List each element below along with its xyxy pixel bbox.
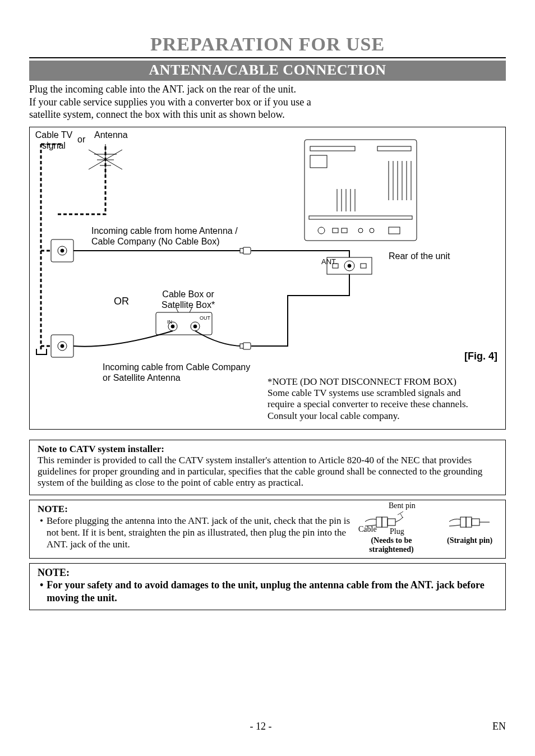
svg-rect-59 — [472, 519, 479, 525]
svg-rect-29 — [310, 155, 327, 168]
svg-rect-55 — [388, 519, 395, 525]
antenna-label: Antenna — [94, 130, 128, 140]
out-port-label: OUT — [200, 315, 210, 321]
intro-text: Plug the incoming cable into the ANT. ja… — [29, 83, 506, 121]
figure-4-diagram: Cable TV signal or Antenna Incoming cabl… — [29, 127, 506, 430]
note-do-not-disconnect: *NOTE (DO NOT DISCONNECT FROM BOX) Some … — [268, 376, 497, 422]
rear-of-unit-label: Rear of the unit — [389, 251, 450, 261]
svg-rect-58 — [466, 517, 472, 527]
svg-rect-11 — [240, 248, 243, 253]
divider — [29, 57, 506, 58]
svg-rect-53 — [376, 517, 382, 527]
or-label-small: or — [77, 134, 85, 145]
svg-point-14 — [61, 344, 64, 348]
incoming-cable-no-box-label: Incoming cable from home Antenna / Cable… — [91, 225, 238, 247]
safety-note-box: NOTE: • For your safety and to avoid dam… — [29, 563, 506, 610]
pin-note-bullet: Before plugging the antenna into the ANT… — [47, 515, 363, 551]
straight-pin-label: (Straight pin) — [447, 536, 492, 545]
svg-rect-44 — [342, 228, 347, 233]
ant-jack-label: ANT. — [321, 257, 337, 266]
svg-point-20 — [193, 325, 197, 328]
document-page: PREPARATION FOR USE ANTENNA/CABLE CONNEC… — [0, 0, 535, 756]
pin-note-heading: NOTE: — [38, 504, 363, 515]
svg-line-56 — [400, 514, 403, 518]
svg-point-50 — [348, 264, 351, 268]
page-footer: - 12 - EN — [29, 721, 506, 732]
or-label-big: OR — [114, 296, 129, 308]
svg-rect-28 — [377, 146, 411, 151]
incoming-cable-company-label: Incoming cable from Cable Company or Sat… — [103, 362, 250, 383]
svg-point-8 — [61, 249, 64, 252]
figure-caption: [Fig. 4] — [464, 351, 497, 362]
cable-tv-signal-label: Cable TV signal — [34, 130, 73, 151]
language-code: EN — [492, 721, 506, 732]
plug-label: Plug — [390, 527, 404, 536]
svg-rect-43 — [333, 228, 338, 233]
page-number: - 12 - — [29, 721, 492, 732]
svg-rect-24 — [240, 344, 243, 348]
section-heading: ANTENNA/CABLE CONNECTION — [29, 61, 506, 81]
cablebox-label: Cable Box or Satellite Box* — [162, 289, 215, 310]
in-port-label: IN — [167, 319, 172, 325]
svg-point-42 — [318, 227, 325, 234]
svg-rect-47 — [389, 227, 400, 234]
svg-rect-54 — [382, 517, 388, 527]
main-title: PREPARATION FOR USE — [29, 34, 506, 55]
catv-note-box: Note to CATV system installer: This remi… — [29, 440, 506, 495]
bullet-icon: • — [40, 579, 43, 604]
needs-straightened-label: (Needs to be straightened) — [366, 536, 417, 554]
svg-rect-23 — [243, 343, 251, 349]
cable-label: Cable — [358, 525, 377, 534]
svg-rect-27 — [310, 146, 355, 151]
svg-rect-52 — [361, 264, 366, 268]
pin-diagram: Bent pin Cable Plug (Needs to be straigh… — [364, 501, 499, 555]
svg-rect-41 — [309, 216, 412, 219]
bullet-icon: • — [40, 515, 43, 551]
catv-note-body: This reminder is provided to call the CA… — [38, 455, 497, 489]
catv-note-heading: Note to CATV system installer: — [38, 444, 497, 455]
svg-rect-26 — [305, 140, 417, 241]
svg-point-46 — [370, 228, 374, 233]
safety-note-heading: NOTE: — [38, 567, 497, 579]
svg-point-18 — [171, 325, 174, 328]
bent-pin-label: Bent pin — [389, 501, 416, 510]
pin-note-box: NOTE: • Before plugging the antenna into… — [29, 500, 506, 559]
svg-rect-57 — [460, 517, 466, 527]
safety-note-bullet: For your safety and to avoid damages to … — [47, 579, 497, 604]
svg-point-45 — [358, 228, 363, 233]
svg-rect-10 — [243, 247, 251, 254]
